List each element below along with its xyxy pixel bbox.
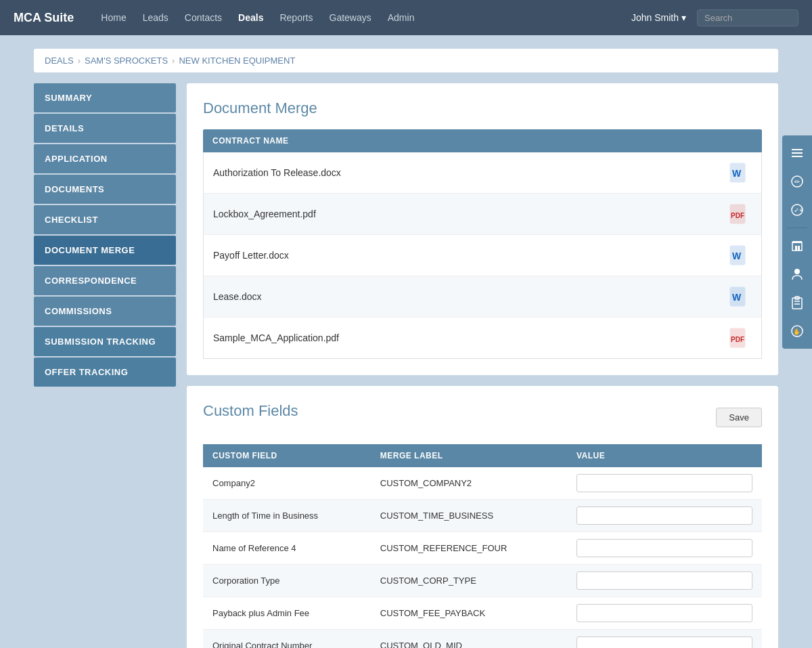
svg-rect-20 <box>792 241 802 243</box>
cf-value-input[interactable] <box>577 539 752 557</box>
cf-merge-label: CUSTOM_CORP_TYPE <box>371 565 567 597</box>
content-layout: SUMMARY DETAILS APPLICATION DOCUMENTS CH… <box>34 83 778 648</box>
cf-value-input[interactable] <box>577 604 752 622</box>
nav-contacts[interactable]: Contacts <box>185 12 222 23</box>
cf-value-cell <box>567 630 762 649</box>
cf-col-value: VALUE <box>567 444 762 467</box>
word-icon[interactable]: W <box>727 243 752 267</box>
custom-fields-header: Custom Fields Save <box>203 402 762 432</box>
table-row: Lockbox_Agreement.pdf PDF <box>204 194 761 235</box>
table-row: Sample_MCA_Application.pdf PDF <box>204 318 761 358</box>
word-icon[interactable]: W <box>727 160 752 185</box>
rp-building-button[interactable] <box>784 232 811 259</box>
cf-field-name: Original Contract Number <box>203 630 371 649</box>
navbar: MCA Suite Home Leads Contacts Deals Repo… <box>0 0 812 35</box>
page-wrapper: DEALS › SAM'S SPROCKETS › NEW KITCHEN EQ… <box>0 35 812 648</box>
cf-value-input[interactable] <box>577 506 752 525</box>
contract-name: Authorization To Release.docx <box>213 167 341 178</box>
sidebar-item-offer-tracking[interactable]: OFFER TRACKING <box>34 358 176 387</box>
contract-name: Lease.docx <box>213 291 262 302</box>
rp-edit-button[interactable]: ✏ <box>784 168 811 195</box>
breadcrumb-sep2: › <box>172 56 175 66</box>
svg-rect-10 <box>792 149 803 150</box>
svg-text:W: W <box>732 292 742 303</box>
breadcrumb-sep1: › <box>78 56 81 66</box>
nav-links: Home Leads Contacts Deals Reports Gatewa… <box>101 12 631 23</box>
contract-name: Lockbox_Agreement.pdf <box>213 209 316 219</box>
table-row: Payback plus Admin Fee CUSTOM_FEE_PAYBAC… <box>203 597 762 630</box>
sidebar-item-documents[interactable]: DOCUMENTS <box>34 175 176 204</box>
rp-person-button[interactable] <box>784 261 811 288</box>
cf-merge-label: CUSTOM_REFERENCE_FOUR <box>371 532 567 565</box>
search-input[interactable] <box>697 9 798 26</box>
sidebar-item-document-merge[interactable]: DOCUMENT MERGE <box>34 236 176 265</box>
user-name: John Smith ▾ <box>631 12 686 23</box>
table-row: Company2 CUSTOM_COMPANY2 <box>203 467 762 500</box>
pdf-icon[interactable]: PDF <box>727 202 752 226</box>
sidebar-item-summary[interactable]: SUMMARY <box>34 83 176 112</box>
cf-merge-label: CUSTOM_TIME_BUSINESS <box>371 500 567 532</box>
cf-table-body: Company2 CUSTOM_COMPANY2 Length of Time … <box>203 467 762 648</box>
table-row: Corporation Type CUSTOM_CORP_TYPE <box>203 565 762 597</box>
table-row: Name of Reference 4 CUSTOM_REFERENCE_FOU… <box>203 532 762 565</box>
custom-fields-title: Custom Fields <box>203 402 298 420</box>
sidebar-item-commissions[interactable]: COMMISSIONS <box>34 297 176 326</box>
rp-list-button[interactable] <box>784 139 811 167</box>
rp-checklist-button[interactable]: ✓+ <box>784 196 811 223</box>
svg-text:✓+: ✓+ <box>794 207 803 214</box>
svg-rect-19 <box>798 246 800 251</box>
rp-clipboard-button[interactable] <box>784 289 811 316</box>
breadcrumb: DEALS › SAM'S SPROCKETS › NEW KITCHEN EQ… <box>34 49 778 72</box>
breadcrumb-equipment[interactable]: NEW KITCHEN EQUIPMENT <box>179 56 295 66</box>
custom-fields-table: CUSTOM FIELD MERGE LABEL VALUE Company2 … <box>203 444 762 648</box>
cf-value-cell <box>567 532 762 565</box>
rp-handshake-button[interactable]: ✋ <box>784 318 811 345</box>
sidebar-item-submission-tracking[interactable]: SUBMISSION TRACKING <box>34 327 176 356</box>
cf-col-field: CUSTOM FIELD <box>203 444 371 467</box>
cf-field-name: Payback plus Admin Fee <box>203 597 371 630</box>
pdf-icon[interactable]: PDF <box>727 326 752 350</box>
cf-merge-label: CUSTOM_OLD_MID <box>371 630 567 649</box>
cf-field-name: Length of Time in Business <box>203 500 371 532</box>
table-row: Length of Time in Business CUSTOM_TIME_B… <box>203 500 762 532</box>
nav-home[interactable]: Home <box>101 12 126 23</box>
sidebar-item-application[interactable]: APPLICATION <box>34 144 176 173</box>
svg-point-21 <box>794 269 800 274</box>
table-row: Original Contract Number CUSTOM_OLD_MID <box>203 630 762 649</box>
svg-text:W: W <box>732 168 742 179</box>
contract-list: Authorization To Release.docx W Lockbox_… <box>203 152 762 359</box>
word-icon[interactable]: W <box>727 284 752 309</box>
cf-col-merge: MERGE LABEL <box>371 444 567 467</box>
sidebar-item-details[interactable]: DETAILS <box>34 114 176 143</box>
cf-field-name: Company2 <box>203 467 371 500</box>
breadcrumb-sprockets[interactable]: SAM'S SPROCKETS <box>85 56 168 66</box>
table-row: Authorization To Release.docx W <box>204 152 761 194</box>
cf-value-input[interactable] <box>577 474 752 492</box>
chevron-down-icon: ▾ <box>681 12 686 23</box>
right-panel: ✏ ✓+ ✋ <box>782 135 812 349</box>
custom-fields-card: Custom Fields Save CUSTOM FIELD MERGE LA… <box>187 386 778 648</box>
breadcrumb-deals[interactable]: DEALS <box>45 56 74 66</box>
svg-rect-11 <box>792 152 803 154</box>
document-merge-card: Document Merge CONTRACT NAME Authorizati… <box>187 83 778 375</box>
nav-admin[interactable]: Admin <box>388 12 415 23</box>
contract-name: Sample_MCA_Application.pdf <box>213 332 339 343</box>
cf-value-input[interactable] <box>577 571 752 590</box>
cf-field-name: Corporation Type <box>203 565 371 597</box>
nav-deals[interactable]: Deals <box>238 12 263 23</box>
nav-gateways[interactable]: Gateways <box>330 12 371 23</box>
save-button[interactable]: Save <box>716 408 762 427</box>
cf-merge-label: CUSTOM_COMPANY2 <box>371 467 567 500</box>
cf-table-header: CUSTOM FIELD MERGE LABEL VALUE <box>203 444 762 467</box>
nav-leads[interactable]: Leads <box>143 12 168 23</box>
sidebar-item-correspondence[interactable]: CORRESPONDENCE <box>34 266 176 295</box>
table-row: Lease.docx W <box>204 276 761 318</box>
cf-value-cell <box>567 597 762 630</box>
app-brand: MCA Suite <box>14 11 74 25</box>
cf-value-input[interactable] <box>577 636 752 648</box>
cf-value-cell <box>567 467 762 500</box>
sidebar-item-checklist[interactable]: CHECKLIST <box>34 205 176 234</box>
nav-reports[interactable]: Reports <box>279 12 313 23</box>
svg-text:PDF: PDF <box>731 212 744 219</box>
contract-name: Payoff Letter.docx <box>213 250 289 261</box>
